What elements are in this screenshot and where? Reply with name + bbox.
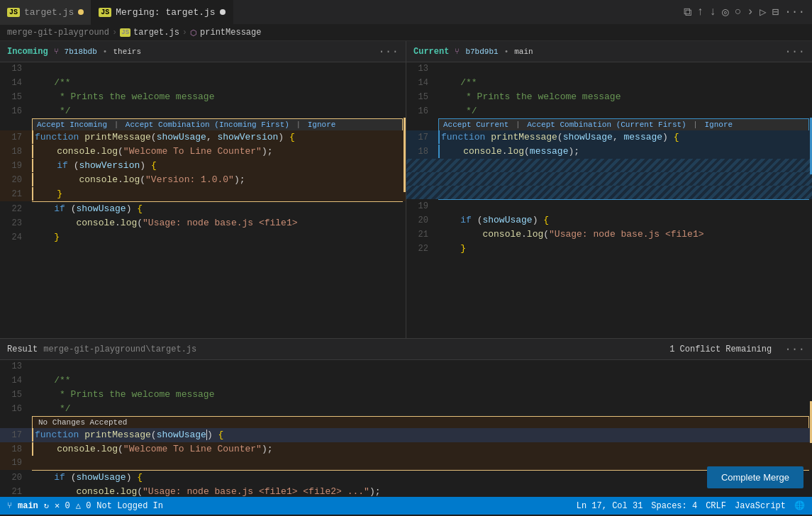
- accept-combination-incoming-link[interactable]: Accept Combination (Incoming First): [126, 120, 289, 129]
- cursor-position[interactable]: Ln 17, Col 31: [577, 501, 643, 511]
- table-row: 21 console.log("Usage: node base.js <fil…: [0, 485, 812, 497]
- tab-target[interactable]: JS target.js: [0, 0, 91, 25]
- table-row: 15 * Prints the welcome message: [0, 388, 812, 402]
- globe-icon[interactable]: 🌐: [794, 500, 805, 511]
- chevron-right-icon[interactable]: ›: [747, 6, 754, 18]
- tab-merging[interactable]: JS Merging: target.js: [91, 0, 233, 25]
- tab-modified-dot: [78, 9, 84, 15]
- spaces-indicator[interactable]: Spaces: 4: [651, 501, 697, 511]
- breadcrumb-sep1: ›: [112, 28, 117, 38]
- table-row: 20 console.log("Version: 1.0.0");: [0, 173, 406, 187]
- current-hash: b7bd9b1: [465, 47, 498, 56]
- result-panel: Result merge-git-playground\target.js 1 …: [0, 339, 812, 497]
- sync-icon[interactable]: ↻: [44, 500, 49, 511]
- conflict-remaining-badge: 1 Conflict Remaining: [669, 344, 772, 354]
- current-hash-icon: ⑂: [455, 47, 460, 56]
- arrow-down-icon[interactable]: ↓: [709, 6, 716, 18]
- table-row: 16 */: [406, 104, 812, 118]
- table-row: 21 console.log("Usage: node base.js <fil…: [406, 228, 812, 242]
- table-row: [406, 186, 812, 199]
- git-branch-icon: ⑂: [7, 501, 12, 511]
- result-more-icon[interactable]: ···: [784, 343, 805, 356]
- breadcrumb: merge-git-playground › JS target.js › ⬡ …: [0, 25, 812, 41]
- breadcrumb-file[interactable]: target.js: [133, 28, 179, 38]
- js-icon-2: JS: [99, 8, 111, 17]
- incoming-actions-bar: Accept Incoming | Accept Combination (In…: [32, 118, 403, 130]
- breadcrumb-func[interactable]: printMessage: [200, 28, 261, 38]
- table-row: [406, 172, 812, 186]
- accept-combination-current-link[interactable]: Accept Combination (Current First): [527, 120, 686, 129]
- table-row: 13: [0, 62, 406, 76]
- result-path: merge-git-playground\target.js: [43, 344, 196, 354]
- current-actions-bar: Accept Current | Accept Combination (Cur…: [438, 118, 809, 130]
- tab-merging-dot: [220, 9, 226, 15]
- table-row: 22 if (showUsage) {: [0, 202, 406, 216]
- result-code[interactable]: 13 14 /** 15 * Prints the welcome messag…: [0, 360, 812, 497]
- table-row: 23 console.log("Usage: node base.js <fil…: [0, 216, 406, 230]
- current-conflict-block: 17 function printMessage(showUsage, mess…: [406, 130, 812, 199]
- table-row: 15 * Prints the welcome message: [0, 90, 406, 104]
- result-label: Result: [7, 344, 38, 354]
- table-row: 13: [406, 62, 812, 76]
- ignore-current-link[interactable]: Ignore: [705, 120, 733, 129]
- table-row: 18 console.log("Welcome To Line Counter"…: [0, 145, 406, 159]
- table-row: 19: [406, 200, 812, 213]
- layout-icon[interactable]: ⊟: [772, 5, 779, 19]
- table-row: 17 function printMessage(showUsage, mess…: [406, 130, 812, 145]
- warning-count: △ 0: [76, 500, 91, 511]
- incoming-pane: Incoming ⑂ 7b18bdb • theirs ··· 13 14 /*…: [0, 41, 406, 338]
- current-pane: Current ⑂ b7bd9b1 • main ··· 13 14 /**: [406, 41, 812, 338]
- incoming-hash: 7b18bdb: [65, 47, 97, 56]
- circle-icon[interactable]: ○: [735, 6, 742, 18]
- table-row: 21 }: [0, 187, 406, 201]
- eye-icon[interactable]: ◎: [722, 5, 729, 19]
- no-changes-label: No Changes Accepted: [38, 418, 127, 427]
- table-row: 13: [0, 360, 812, 374]
- breadcrumb-project[interactable]: merge-git-playground: [7, 28, 109, 38]
- breadcrumb-js-icon: JS: [120, 28, 130, 37]
- more-icon[interactable]: ···: [784, 6, 805, 18]
- current-code[interactable]: 13 14 /** 15 * Prints the welcome messag…: [406, 62, 812, 338]
- table-row: 19: [0, 456, 812, 470]
- table-row: 17 function printMessage(showUsage) {: [0, 428, 812, 442]
- incoming-branch: theirs: [113, 47, 141, 56]
- no-changes-bar: No Changes Accepted: [32, 416, 809, 428]
- current-label: Current: [413, 47, 449, 57]
- not-logged-in[interactable]: Not Logged In: [96, 501, 163, 511]
- incoming-conflict-block: 17 function printMessage(showUsage, show…: [0, 130, 406, 201]
- breadcrumb-sep2: ›: [182, 28, 187, 38]
- table-row: [406, 159, 812, 172]
- arrow-up-icon[interactable]: ↑: [697, 6, 704, 18]
- current-more-icon[interactable]: ···: [784, 45, 805, 58]
- table-row: 16 */: [0, 104, 406, 118]
- current-branch-status[interactable]: main: [18, 501, 38, 511]
- table-row: 18 console.log("Welcome To Line Counter"…: [0, 442, 812, 456]
- accept-incoming-link[interactable]: Accept Incoming: [37, 120, 107, 129]
- table-row: 22 }: [406, 242, 812, 256]
- accept-current-link[interactable]: Accept Current: [443, 120, 508, 129]
- table-row: 18 console.log(message);: [406, 145, 812, 159]
- incoming-code[interactable]: 13 14 /** 15 * Prints the welcome messag…: [0, 62, 406, 338]
- incoming-more-icon[interactable]: ···: [378, 45, 399, 58]
- complete-merge-button[interactable]: Complete Merge: [707, 466, 803, 488]
- js-icon: JS: [7, 8, 20, 17]
- incoming-header: Incoming ⑂ 7b18bdb • theirs ···: [0, 41, 406, 62]
- result-header: Result merge-git-playground\target.js 1 …: [0, 339, 812, 360]
- split-panes: Incoming ⑂ 7b18bdb • theirs ··· 13 14 /*…: [0, 41, 812, 339]
- tab-target-label: target.js: [24, 7, 74, 18]
- table-row: 19 if (showVersion) {: [0, 159, 406, 173]
- incoming-conflict-bar: [404, 118, 406, 192]
- incoming-hash-icon: ⑂: [54, 47, 59, 56]
- ignore-incoming-link[interactable]: Ignore: [308, 120, 336, 129]
- result-conflict-block: 17 function printMessage(showUsage) { 18…: [0, 428, 812, 470]
- table-row: 24 }: [0, 230, 406, 245]
- copy-icon[interactable]: ⧉: [684, 6, 691, 19]
- language-mode[interactable]: JavaScript: [735, 501, 786, 511]
- tab-bar: JS target.js JS Merging: target.js ⧉ ↑ ↓…: [0, 0, 812, 25]
- next-icon[interactable]: ▷: [760, 5, 767, 19]
- table-row: 14 /**: [406, 76, 812, 90]
- table-row: 14 /**: [0, 374, 812, 388]
- incoming-label: Incoming: [7, 47, 48, 57]
- table-row: 20 if (showUsage) {: [406, 213, 812, 228]
- line-ending[interactable]: CRLF: [706, 501, 726, 511]
